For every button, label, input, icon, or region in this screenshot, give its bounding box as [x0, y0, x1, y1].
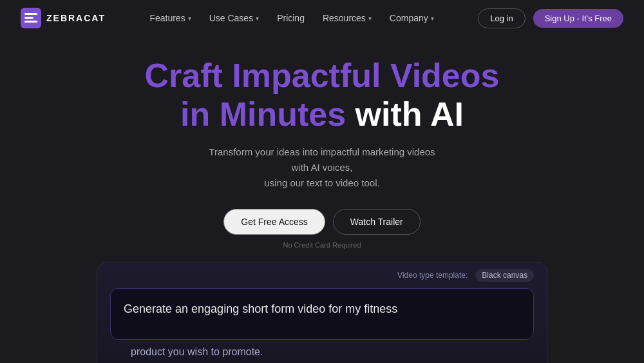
svg-rect-1 — [24, 13, 37, 15]
chevron-down-icon: ▾ — [368, 15, 372, 22]
navbar: ZEBRACAT Features ▾ Use Cases ▾ Pricing … — [0, 0, 644, 36]
demo-tag: Black canvas — [475, 269, 534, 282]
logo-text: ZEBRACAT — [46, 13, 106, 23]
demo-prompt-area[interactable]: Generate an engaging short form video fo… — [110, 288, 534, 340]
chevron-down-icon: ▾ — [188, 15, 191, 22]
svg-rect-2 — [24, 17, 33, 19]
signup-button[interactable]: Sign Up - It's Free — [533, 9, 623, 28]
demo-product-text: product you wish to promote. — [131, 346, 263, 363]
hero-buttons: Get Free Access Watch Trailer — [223, 209, 420, 235]
demo-preview: Video type template: Black canvas Genera… — [97, 262, 547, 363]
nav-features[interactable]: Features ▾ — [149, 13, 191, 23]
demo-label: Video type template: — [397, 271, 468, 280]
watch-trailer-button[interactable]: Watch Trailer — [333, 209, 421, 235]
hero-title-with-ai: with AI — [355, 95, 464, 133]
logo[interactable]: ZEBRACAT — [21, 8, 106, 28]
demo-top-bar: Video type template: Black canvas — [97, 262, 547, 288]
nav-resources[interactable]: Resources ▾ — [323, 13, 372, 23]
login-button[interactable]: Log in — [478, 8, 525, 28]
no-credit-card-text: No Credit Card Required — [283, 241, 361, 249]
nav-company[interactable]: Company ▾ — [390, 13, 434, 23]
demo-prompt-text: Generate an engaging short form video fo… — [124, 300, 520, 318]
zebracat-logo-icon — [21, 8, 41, 28]
navbar-actions: Log in Sign Up - It's Free — [478, 8, 623, 28]
nav-pricing[interactable]: Pricing — [277, 13, 305, 23]
demo-product-label-row: product you wish to promote. — [110, 340, 534, 363]
get-free-access-button[interactable]: Get Free Access — [223, 209, 325, 235]
nav-menu: Features ▾ Use Cases ▾ Pricing Resources… — [149, 13, 433, 23]
hero-title: Craft Impactful Videos in Minutes with A… — [145, 57, 500, 134]
hero-section: Craft Impactful Videos in Minutes with A… — [0, 36, 644, 249]
nav-use-cases[interactable]: Use Cases ▾ — [209, 13, 259, 23]
hero-subtitle: Transform your ideas into impactful mark… — [200, 144, 444, 191]
hero-title-in-minutes: in Minutes — [180, 95, 355, 133]
svg-rect-3 — [24, 21, 37, 23]
chevron-down-icon: ▾ — [431, 15, 434, 22]
chevron-down-icon: ▾ — [256, 15, 259, 22]
